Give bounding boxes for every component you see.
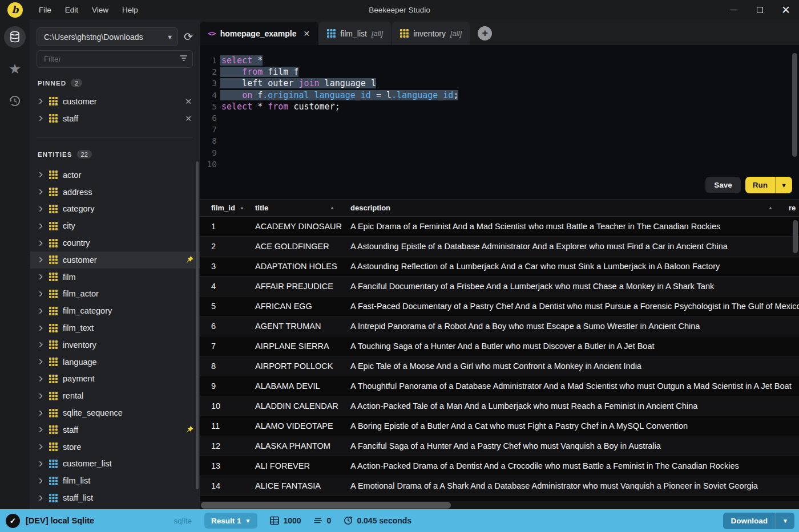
database-selector[interactable]: C:\Users\ghstng\Downloads ▼ <box>37 27 178 46</box>
run-dropdown-button[interactable]: ▼ <box>776 182 792 189</box>
table-row[interactable]: 12ALASKA PHANTOMA Fanciful Saga of a Hun… <box>200 436 799 456</box>
history-tab-button[interactable] <box>4 90 26 112</box>
entity-item-store[interactable]: store <box>30 438 200 456</box>
entity-item-country[interactable]: country <box>30 234 200 251</box>
entity-item-film_category[interactable]: film_category <box>30 302 200 319</box>
results-vertical-scrollbar[interactable] <box>793 220 798 253</box>
menu-file[interactable]: File <box>39 6 51 14</box>
menu-view[interactable]: View <box>92 6 108 14</box>
sidebar-scrollbar[interactable] <box>196 161 199 489</box>
entity-item-customer[interactable]: customer <box>30 251 200 269</box>
chevron-right-icon[interactable] <box>38 257 44 263</box>
entity-item-inventory[interactable]: inventory <box>30 336 200 354</box>
table-row[interactable]: 14ALICE FANTASIAA Emotional Drama of a A… <box>200 476 799 496</box>
pin-icon[interactable] <box>185 425 194 434</box>
unpin-close-icon[interactable]: ✕ <box>185 114 192 123</box>
connections-tab-button[interactable] <box>4 26 26 48</box>
chevron-right-icon[interactable] <box>38 376 44 382</box>
sort-asc-icon[interactable]: ▲ <box>768 205 773 210</box>
chevron-right-icon[interactable] <box>38 410 44 416</box>
close-button[interactable]: ✕ <box>773 0 799 19</box>
minimize-button[interactable] <box>720 0 746 19</box>
table-row[interactable]: 10ALADDIN CALENDARA Action-Packed Tale o… <box>200 396 799 416</box>
entity-item-category[interactable]: category <box>30 201 200 218</box>
download-dropdown-button[interactable]: ▼ <box>776 518 794 524</box>
chevron-right-icon[interactable] <box>38 172 44 178</box>
table-row[interactable]: 1ACADEMY DINOSAURA Epic Drama of a Femin… <box>200 217 799 237</box>
column-header-title[interactable]: title▲ <box>255 204 350 212</box>
menu-help[interactable]: Help <box>122 6 138 14</box>
chevron-right-icon[interactable] <box>38 495 44 501</box>
chevron-right-icon[interactable] <box>38 115 44 121</box>
results-horizontal-scrollbar-track[interactable] <box>200 501 799 509</box>
entity-item-actor[interactable]: actor <box>30 166 200 184</box>
favorites-tab-button[interactable]: ★ <box>4 58 26 80</box>
entity-item-sales_by_store[interactable]: sales_by_store <box>30 506 200 509</box>
chevron-right-icon[interactable] <box>38 98 44 104</box>
result-selector-button[interactable]: Result 1 ▼ <box>204 513 257 529</box>
tab-film_list[interactable]: film_list[all] <box>319 22 391 45</box>
editor-scrollbar[interactable] <box>792 53 797 157</box>
table-row[interactable]: 8AIRPORT POLLOCKA Epic Tale of a Moose A… <box>200 356 799 376</box>
column-header-description[interactable]: description▲ <box>350 204 789 212</box>
table-row[interactable]: 5AFRICAN EGGA Fast-Paced Documentary of … <box>200 297 799 316</box>
table-row[interactable]: 2ACE GOLDFINGERA Astounding Epistle of a… <box>200 237 799 257</box>
pinned-item-staff[interactable]: staff✕ <box>30 110 200 127</box>
chevron-right-icon[interactable] <box>38 342 44 348</box>
sort-asc-icon[interactable]: ▲ <box>330 205 334 210</box>
chevron-right-icon[interactable] <box>38 223 44 229</box>
chevron-right-icon[interactable] <box>38 325 44 331</box>
entity-item-address[interactable]: address <box>30 184 200 201</box>
column-header-partial[interactable]: re <box>789 204 799 212</box>
tab-homepage_example[interactable]: <>homepage_example✕ <box>200 22 318 45</box>
chevron-right-icon[interactable] <box>38 308 44 314</box>
chevron-right-icon[interactable] <box>38 274 44 280</box>
entity-item-film_actor[interactable]: film_actor <box>30 286 200 303</box>
chevron-right-icon[interactable] <box>38 478 44 484</box>
table-row[interactable]: 4AFFAIR PREJUDICEA Fanciful Documentary … <box>200 277 799 297</box>
refresh-button[interactable]: ⟳ <box>184 31 193 42</box>
table-row[interactable]: 6AGENT TRUMANA Intrepid Panorama of a Ro… <box>200 316 799 336</box>
tab-close-icon[interactable]: ✕ <box>304 29 310 38</box>
table-row[interactable]: 13ALI FOREVERA Action-Packed Drama of a … <box>200 456 799 476</box>
table-row[interactable]: 7AIRPLANE SIERRAA Touching Saga of a Hun… <box>200 336 799 356</box>
entity-item-customer_list[interactable]: customer_list <box>30 456 200 473</box>
chevron-right-icon[interactable] <box>38 206 44 212</box>
download-button[interactable]: Download ▼ <box>723 513 794 529</box>
save-button[interactable]: Save <box>705 177 741 193</box>
results-horizontal-scrollbar-thumb[interactable] <box>201 502 451 509</box>
maximize-button[interactable] <box>746 0 773 19</box>
entity-item-city[interactable]: city <box>30 217 200 234</box>
filter-input[interactable] <box>37 50 193 68</box>
entity-item-film[interactable]: film <box>30 269 200 286</box>
chevron-right-icon[interactable] <box>38 291 44 297</box>
pin-icon[interactable] <box>185 255 194 264</box>
entity-item-staff[interactable]: staff <box>30 421 200 438</box>
chevron-right-icon[interactable] <box>38 359 44 365</box>
new-tab-button[interactable]: + <box>478 26 492 40</box>
table-row[interactable]: 3ADAPTATION HOLESA Astounding Reflection… <box>200 257 799 277</box>
menu-edit[interactable]: Edit <box>65 6 78 14</box>
entity-item-language[interactable]: language <box>30 354 200 371</box>
sort-asc-icon[interactable]: ▲ <box>240 205 244 210</box>
entity-item-film_list[interactable]: film_list <box>30 472 200 489</box>
entity-item-rental[interactable]: rental <box>30 387 200 404</box>
column-header-film_id[interactable]: film_id▲ <box>211 204 255 212</box>
chevron-right-icon[interactable] <box>38 393 44 399</box>
pinned-item-customer[interactable]: customer✕ <box>30 93 200 110</box>
unpin-close-icon[interactable]: ✕ <box>185 97 192 106</box>
chevron-right-icon[interactable] <box>38 461 44 467</box>
chevron-right-icon[interactable] <box>38 240 44 246</box>
tab-inventory[interactable]: inventory[all] <box>392 22 470 45</box>
chevron-right-icon[interactable] <box>38 427 44 433</box>
chevron-right-icon[interactable] <box>38 444 44 450</box>
sql-editor[interactable]: 1select *2 from film f3 left outer join … <box>200 45 799 199</box>
entity-item-sqlite_sequence[interactable]: sqlite_sequence <box>30 404 200 421</box>
table-row[interactable]: 9ALABAMA DEVILA Thoughtful Panorama of a… <box>200 376 799 396</box>
entity-item-payment[interactable]: payment <box>30 371 200 388</box>
table-row[interactable]: 15ALIEN CENTERA Brilliant Drama of a Cat… <box>200 496 799 501</box>
run-button[interactable]: Run ▼ <box>745 177 792 193</box>
table-row[interactable]: 11ALAMO VIDEOTAPEA Boring Epistle of a B… <box>200 416 799 436</box>
entity-item-staff_list[interactable]: staff_list <box>30 489 200 506</box>
chevron-right-icon[interactable] <box>38 189 44 195</box>
